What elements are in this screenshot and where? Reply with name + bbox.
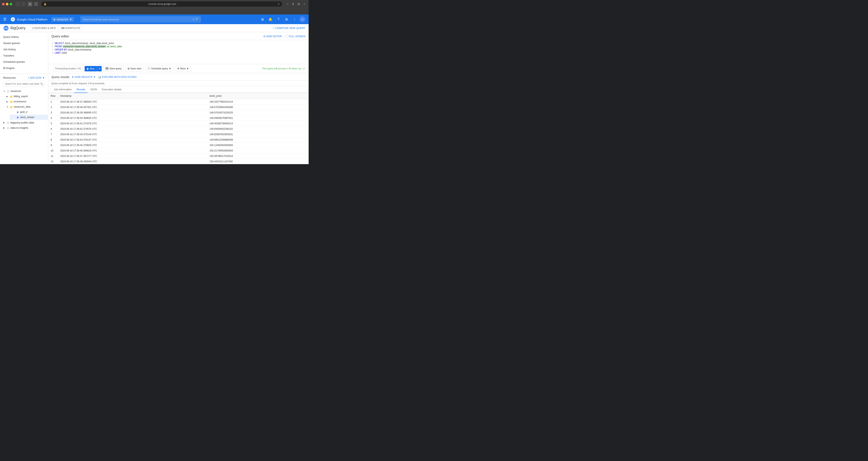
avatar[interactable]: A xyxy=(299,16,305,22)
cell-row-num: 8 xyxy=(48,137,58,143)
cell-stock-price: 150.44319111167482 xyxy=(207,159,309,164)
sidebar-item-scheduled-queries[interactable]: Scheduled queries xyxy=(0,59,48,65)
project-data-to-insights-row[interactable]: ▶ ◻ data-to-insights ⋮ xyxy=(0,125,48,130)
minimize-button[interactable] xyxy=(6,3,8,5)
view-toggle-button[interactable]: ▦ xyxy=(28,2,32,6)
table-body: 1 2019-06-18 17:36:37.366092 UTC 148.333… xyxy=(48,99,309,164)
cell-row-num: 11 xyxy=(48,153,58,159)
fullscreen-icon: ⛶ xyxy=(286,35,288,38)
resources-label: Resources xyxy=(3,76,16,79)
saved-queries-label: Saved queries xyxy=(3,41,20,45)
address-bar[interactable]: 🔒 console.cloud.google.com ↻ xyxy=(41,1,282,7)
tab-execution-details[interactable]: Execution details xyxy=(99,86,124,93)
editor-header: Query editor ⊟ HIDE EDITOR | ⛶ FULL SCRE… xyxy=(48,32,309,40)
bookmark-icon[interactable]: ☆ xyxy=(285,2,290,6)
billing-export-label: billing_export xyxy=(14,95,46,98)
project-icon: ◻ xyxy=(6,126,10,129)
settings-icon[interactable]: ⚙ xyxy=(283,16,290,23)
code-editor[interactable]: 1 SELECT stock_data.timestamp, stock_dat… xyxy=(48,40,309,64)
cell-timestamp: 2019-06-18 17:36:42.374576 UTC xyxy=(58,126,207,132)
cell-row-num: 10 xyxy=(48,148,58,153)
cell-timestamp: 2019-06-18 17:36:37.366092 UTC xyxy=(58,99,207,105)
pin-icon: ⋮ xyxy=(44,127,46,129)
table-row: 11 2019-06-18 17:36:47.387277 UTC 150.09… xyxy=(48,153,309,159)
tab-job-information[interactable]: Job information xyxy=(52,86,74,93)
global-search-input[interactable] xyxy=(81,16,201,23)
more-button[interactable]: ⚙ More ▼ xyxy=(175,66,191,71)
run-dropdown-button[interactable]: ▼ xyxy=(97,66,102,71)
maximize-button[interactable] xyxy=(10,3,12,5)
cell-timestamp: 2019-06-18 17:36:44.376147 UTC xyxy=(58,137,207,143)
sidebar-item-job-history[interactable]: Job history xyxy=(0,46,48,53)
sidebar-item-bi-engine[interactable]: BI Engine xyxy=(0,65,48,71)
help-icon[interactable]: ? xyxy=(275,16,282,23)
project-selector[interactable]: ◈ vanaurum ▼ xyxy=(52,17,74,22)
dataset-ecommerce-row[interactable]: ▶ ▦ ecommerce xyxy=(3,99,48,104)
save-query-button[interactable]: 💾 Save query xyxy=(103,66,124,71)
tab-results[interactable]: Results xyxy=(74,86,88,93)
full-screen-button[interactable]: ⛶ FULL SCREEN xyxy=(286,35,305,38)
features-info-link[interactable]: ℹ FEATURES & INFO xyxy=(30,25,58,31)
cell-timestamp: 2019-06-18 17:36:43.375144 UTC xyxy=(58,132,207,137)
code-text-3: ORDER BY stock_data.timestamp xyxy=(55,48,91,51)
add-tab-icon[interactable]: + xyxy=(302,2,307,6)
chart-icon: 📊 xyxy=(98,76,101,79)
tab-json[interactable]: JSON xyxy=(88,86,99,93)
pin-icon: ⋮ xyxy=(44,121,46,124)
more-vert-icon[interactable]: ⋮ xyxy=(291,16,298,23)
save-results-button[interactable]: ⬇ SAVE RESULTS ▼ xyxy=(72,76,96,79)
compose-query-button[interactable]: + COMPOSE NEW QUERY xyxy=(273,27,305,30)
gcp-logo: G Google Cloud Platform xyxy=(10,17,48,22)
sidebar: Query history Saved queries Job history … xyxy=(0,32,48,164)
download-icon: ⬇ xyxy=(72,76,74,79)
run-button[interactable]: ▶ Run xyxy=(85,66,97,71)
notifications-icon[interactable]: 🔔 xyxy=(267,16,274,23)
code-text-4: LIMIT 1000 xyxy=(55,52,67,54)
run-label: Run xyxy=(90,67,95,70)
table-row: 5 2019-06-18 17:36:41.373378 UTC 149.463… xyxy=(48,121,309,126)
table-stock-stream-row[interactable]: ▣ stock_stream xyxy=(10,115,48,120)
save-view-button[interactable]: ⊞ Save view xyxy=(125,66,144,71)
apps-icon[interactable]: ⊞ xyxy=(259,16,266,23)
shortcuts-link[interactable]: ⌨ SHORTCUTS xyxy=(59,25,82,31)
sidebar-divider xyxy=(0,74,48,74)
table-row: 4 2019-06-18 17:36:40.368825 UTC 149.090… xyxy=(48,115,309,121)
dataset-vanaurum-data-row[interactable]: ▼ ▦ vanaurum_data xyxy=(3,104,48,109)
chevron-down-icon: ▼ xyxy=(186,67,189,70)
hamburger-menu[interactable]: ☰ xyxy=(3,17,8,22)
cell-stock-price: 149.69405602286102 xyxy=(207,126,309,132)
cell-stock-price: 150.09796017018314 xyxy=(207,153,309,159)
schedule-query-button[interactable]: 🕐 Schedule query ▼ xyxy=(145,66,174,71)
explore-data-studio-button[interactable]: 📊 EXPLORE WITH DATA STUDIO xyxy=(98,76,136,79)
close-button[interactable] xyxy=(2,3,5,5)
sidebar-item-saved-queries[interactable]: Saved queries xyxy=(0,40,48,46)
refresh-icon[interactable]: ↻ xyxy=(278,3,280,5)
query-complete-message: Query complete (0.8 sec elapsed, 0 B pro… xyxy=(48,81,309,86)
sidebar-item-query-history[interactable]: Query history xyxy=(0,34,48,40)
save-view-label: Save view xyxy=(130,67,142,70)
share-icon[interactable]: ⬆ xyxy=(291,2,296,6)
add-data-button[interactable]: + ADD DATA ▼ xyxy=(28,77,45,79)
project-vanaurum-row[interactable]: ▼ ◻ vanaurum ⋮ xyxy=(0,88,48,94)
project-icon: ◻ xyxy=(6,89,10,93)
cell-stock-price: 148.57033691055008 xyxy=(207,105,309,110)
forward-button[interactable]: › xyxy=(21,2,26,6)
expand-icon: ▶ xyxy=(6,100,9,103)
tab-execution-label: Execution details xyxy=(102,88,122,91)
dataset-billing-export-row[interactable]: ▶ ▦ billing_export xyxy=(3,94,48,99)
table-gold-d-row[interactable]: ▣ gold_d xyxy=(10,109,48,115)
back-button[interactable]: ‹ xyxy=(16,2,20,6)
sidebar-item-transfers[interactable]: Transfers xyxy=(0,53,48,59)
lock-icon: 🔒 xyxy=(43,3,46,5)
save-results-label: SAVE RESULTS xyxy=(74,76,92,79)
cell-row-num: 7 xyxy=(48,132,58,137)
table-row: 7 2019-06-18 17:36:43.375144 UTC 149.829… xyxy=(48,132,309,137)
hide-editor-button[interactable]: ⊟ HIDE EDITOR xyxy=(264,35,282,38)
results-header: Query results ⬇ SAVE RESULTS ▼ 📊 EXPLORE… xyxy=(48,73,309,81)
project-bq-public-data-row[interactable]: ▶ ◻ bigquery-public-data ⋮ xyxy=(0,120,48,125)
dropdown-search-icon[interactable]: ▼ xyxy=(193,18,195,21)
grid-icon[interactable]: ⊞ xyxy=(297,2,301,6)
col-timestamp: timestamp xyxy=(58,93,207,99)
features-info-label: FEATURES & INFO xyxy=(34,27,56,30)
clock-icon: 🕐 xyxy=(148,67,151,70)
